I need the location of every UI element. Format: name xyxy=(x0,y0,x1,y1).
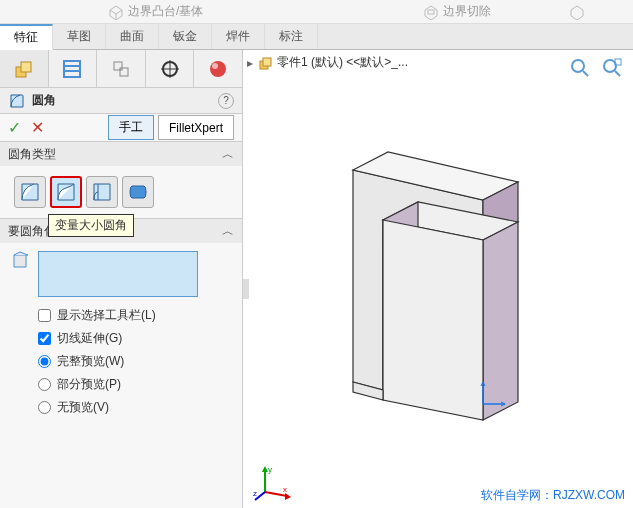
svg-text:x: x xyxy=(283,485,287,494)
property-panel: 圆角 ? ✓ ✕ 手工 FilletXpert 圆角类型 ︿ 变量大 xyxy=(0,50,243,508)
tab-dimxpert[interactable] xyxy=(146,50,195,87)
partial-preview-input[interactable] xyxy=(38,378,51,391)
svg-rect-14 xyxy=(263,58,271,66)
fillet-type-section: 圆角类型 ︿ 变量大小圆角 xyxy=(0,142,242,219)
full-preview-radio[interactable]: 完整预览(W) xyxy=(38,353,232,370)
tab-configmanager[interactable] xyxy=(97,50,146,87)
zoom-fit-button[interactable] xyxy=(567,56,593,78)
no-preview-input[interactable] xyxy=(38,401,51,414)
items-section: 要圆角化的项目 ︿ 显示选择工具栏(L) 切 xyxy=(0,219,242,424)
cut-icon xyxy=(423,4,439,20)
extrude-icon xyxy=(108,4,124,20)
cancel-button[interactable]: ✕ xyxy=(31,118,44,137)
tab-surface[interactable]: 曲面 xyxy=(106,24,159,49)
svg-point-15 xyxy=(572,60,584,72)
tangent-input[interactable] xyxy=(38,332,51,345)
svg-rect-0 xyxy=(428,10,434,14)
fillet-icon xyxy=(8,92,26,110)
tab-propertymanager[interactable] xyxy=(49,50,98,87)
tab-sketch[interactable]: 草图 xyxy=(53,24,106,49)
svg-rect-7 xyxy=(120,68,128,76)
partial-preview-radio[interactable]: 部分预览(P) xyxy=(38,376,232,393)
misc-icon xyxy=(569,4,585,20)
no-preview-radio[interactable]: 无预览(V) xyxy=(38,399,232,416)
full-preview-input[interactable] xyxy=(38,355,51,368)
selection-list[interactable] xyxy=(38,251,198,297)
svg-line-19 xyxy=(615,71,620,76)
panel-splitter[interactable] xyxy=(243,279,249,299)
viewport[interactable]: ▸ 零件1 (默认) <<默认>_... xyxy=(243,50,633,508)
svg-line-16 xyxy=(583,71,588,76)
extrude-label: 边界凸台/基体 xyxy=(128,3,203,20)
view-controls xyxy=(567,56,625,78)
full-round-fillet-button[interactable] xyxy=(122,176,154,208)
svg-rect-6 xyxy=(114,62,122,70)
tangent-checkbox[interactable]: 切线延伸(G) xyxy=(38,330,232,347)
show-toolbar-checkbox[interactable]: 显示选择工具栏(L) xyxy=(38,307,232,324)
feature-title: 圆角 xyxy=(32,92,56,109)
svg-text:z: z xyxy=(253,489,257,498)
command-tabs: 特征 草图 曲面 钣金 焊件 标注 xyxy=(0,24,633,50)
selection-icon xyxy=(10,251,30,271)
flyout-tree[interactable]: ▸ 零件1 (默认) <<默认>_... xyxy=(247,54,408,71)
constant-fillet-button[interactable] xyxy=(14,176,46,208)
tab-annotation[interactable]: 标注 xyxy=(265,24,318,49)
svg-rect-3 xyxy=(64,61,80,77)
coordinate-system-icon: y x z xyxy=(253,462,293,502)
svg-marker-25 xyxy=(285,493,291,500)
svg-text:y: y xyxy=(268,465,272,474)
tab-featuretree[interactable] xyxy=(0,50,49,87)
part-name[interactable]: 零件1 (默认) <<默认>_... xyxy=(277,54,408,71)
cut-label: 边界切除 xyxy=(443,3,491,20)
variable-fillet-button[interactable]: 变量大小圆角 xyxy=(50,176,82,208)
collapse-items-button[interactable]: ︿ xyxy=(222,223,234,240)
collapse-fillettype-button[interactable]: ︿ xyxy=(222,146,234,163)
help-button[interactable]: ? xyxy=(218,93,234,109)
fillet-type-title: 圆角类型 xyxy=(8,146,56,163)
tab-appearance[interactable] xyxy=(194,50,242,87)
tab-feature[interactable]: 特征 xyxy=(0,24,53,50)
tree-expand-icon[interactable]: ▸ xyxy=(247,56,253,70)
panel-view-tabs xyxy=(0,50,242,88)
filletxpert-mode-button[interactable]: FilletXpert xyxy=(158,115,234,140)
tab-sheetmetal[interactable]: 钣金 xyxy=(159,24,212,49)
svg-point-12 xyxy=(212,63,218,69)
svg-point-17 xyxy=(604,60,616,72)
part-icon xyxy=(257,55,273,71)
tab-weldment[interactable]: 焊件 xyxy=(212,24,265,49)
origin-marker xyxy=(479,378,509,408)
svg-rect-2 xyxy=(21,62,31,72)
feature-header: 圆角 ? xyxy=(0,88,242,114)
show-toolbar-input[interactable] xyxy=(38,309,51,322)
watermark: 软件自学网：RJZXW.COM xyxy=(481,487,625,504)
variable-fillet-tooltip: 变量大小圆角 xyxy=(48,214,134,237)
ok-cancel-bar: ✓ ✕ 手工 FilletXpert xyxy=(0,114,242,142)
manual-mode-button[interactable]: 手工 xyxy=(108,115,154,140)
ok-button[interactable]: ✓ xyxy=(8,118,21,137)
face-fillet-button[interactable] xyxy=(86,176,118,208)
zoom-area-button[interactable] xyxy=(599,56,625,78)
top-toolbar: 边界凸台/基体 边界切除 xyxy=(0,0,633,24)
model-3d[interactable] xyxy=(293,110,583,430)
svg-point-11 xyxy=(210,61,226,77)
